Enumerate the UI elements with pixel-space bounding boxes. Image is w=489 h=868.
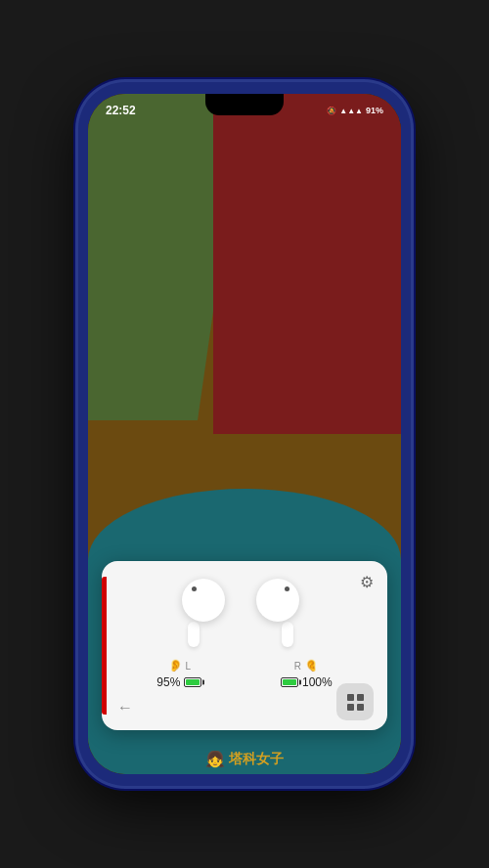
left-airpod xyxy=(178,579,237,649)
card-accent xyxy=(102,577,107,715)
airpods-card: ⚙ xyxy=(102,561,387,730)
right-lr-label: R xyxy=(294,661,301,672)
airpods-visual xyxy=(117,579,372,649)
grid-dots-icon xyxy=(347,694,364,711)
watermark-emoji: 👧 xyxy=(205,750,225,768)
battery-icon: 91% xyxy=(366,106,383,115)
mute-icon: 🔕 xyxy=(327,107,336,115)
left-battery-display: 95% xyxy=(156,675,201,689)
grid-dot xyxy=(357,694,364,701)
grid-dot xyxy=(347,694,354,701)
back-button[interactable]: ← xyxy=(117,699,133,716)
right-ear-icon: 👂 xyxy=(304,659,319,673)
left-battery-section: 👂 L 95% xyxy=(156,659,201,689)
right-battery-pct: 100% xyxy=(302,675,333,689)
grid-dot xyxy=(347,704,354,711)
notch xyxy=(205,94,284,115)
left-battery-bar xyxy=(184,677,201,687)
left-lr-label: L xyxy=(186,661,192,672)
watermark-text: 塔科女子 xyxy=(229,751,284,768)
left-battery-pct: 95% xyxy=(156,675,180,689)
grid-button[interactable] xyxy=(336,683,374,720)
watermark: 👧 塔科女子 xyxy=(205,750,284,768)
left-ear-icon: 👂 xyxy=(168,659,183,673)
right-battery-fill xyxy=(283,679,296,685)
battery-row: 👂 L 95% R 👂 xyxy=(117,659,372,689)
status-time: 22:52 xyxy=(106,104,136,117)
right-battery-bar xyxy=(281,677,298,687)
signal-icon: ▲▲▲ xyxy=(339,107,363,115)
left-battery-fill xyxy=(186,679,199,685)
phone-frame: 22:52 🔕 ▲▲▲ 91% 🕐 時鐘 N Netflix xyxy=(78,82,411,786)
settings-icon[interactable]: ⚙ xyxy=(360,573,374,591)
right-airpod xyxy=(252,579,311,649)
grid-dot xyxy=(357,704,364,711)
status-icons: 🔕 ▲▲▲ 91% xyxy=(327,106,383,115)
right-battery-section: R 👂 100% xyxy=(281,659,333,689)
phone-screen: 22:52 🔕 ▲▲▲ 91% 🕐 時鐘 N Netflix xyxy=(88,94,401,774)
right-battery-display: 100% xyxy=(281,675,333,689)
